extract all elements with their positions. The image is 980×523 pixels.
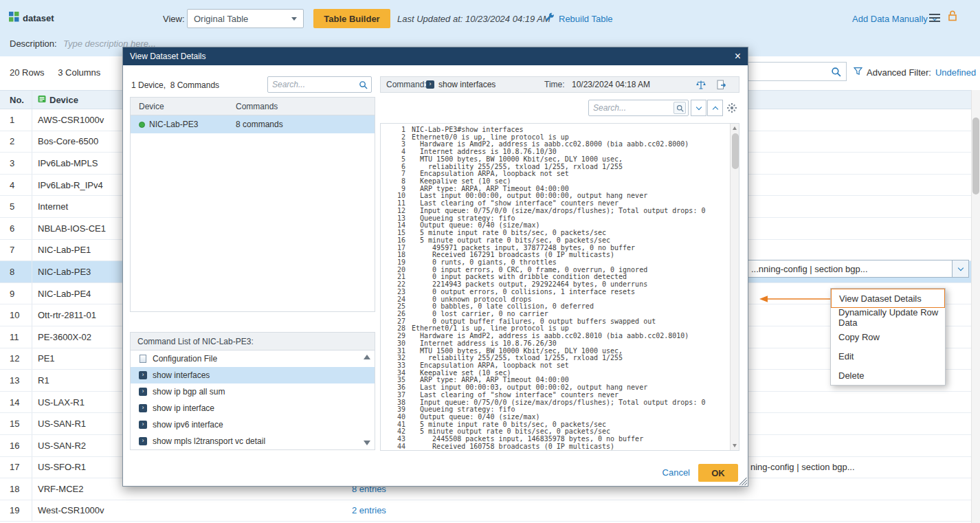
cancel-button[interactable]: Cancel — [662, 467, 690, 478]
terminal-line: 44 Received 160758 broadcasts (0 IP mult… — [381, 443, 730, 450]
command-list-item[interactable]: show mpls l2transport vc detail — [131, 433, 375, 449]
dialog-title: View Dataset Details — [130, 52, 735, 61]
entries-link[interactable]: 2 entries — [352, 500, 386, 522]
description-label: Description: — [10, 38, 57, 49]
row-number: 11 — [0, 326, 32, 348]
view-select-value: Original Table — [194, 14, 248, 24]
find-previous-button[interactable] — [707, 100, 723, 116]
terminal-line: 5 MTU 1500 bytes, BW 10000 Kbit/sec, DLY… — [381, 155, 730, 163]
cli-icon — [139, 388, 147, 396]
command-list-item[interactable]: show ip bgp all sum — [131, 383, 375, 400]
terminal-lines: 1NIC-Lab-PE3#show interfaces2Ethernet0/0… — [381, 124, 730, 450]
terminal-line: 40 Output queue: 0/40 (size/max) — [381, 413, 730, 421]
row-number: 3 — [0, 153, 32, 174]
dialog-body: 1 Device, 8 Commands Device Commands NIC… — [123, 65, 748, 486]
command-list-item[interactable]: Configuration File — [131, 350, 375, 367]
cli-icon — [426, 77, 434, 92]
terminal-line: 21 0 input packets with dribble conditio… — [381, 273, 730, 280]
chevron-down-icon — [957, 265, 963, 270]
output-search-input[interactable] — [589, 103, 673, 113]
context-menu-item[interactable]: View Dataset Details — [831, 289, 945, 308]
device-search-input[interactable] — [268, 80, 359, 89]
terminal-line: 8 Keepalive set (10 sec) — [381, 177, 730, 185]
column-header-no[interactable]: No. — [0, 91, 32, 109]
terminal-line: 14 Output queue: 0/40 (size/max) — [381, 221, 730, 229]
terminal-scrollbar[interactable] — [730, 124, 739, 450]
rebuild-table[interactable]: Rebuild Table — [545, 12, 613, 25]
find-next-button[interactable] — [691, 100, 706, 116]
lock-icon[interactable] — [948, 10, 957, 23]
terminal-scrollbar-thumb[interactable] — [732, 133, 739, 169]
filter-icon[interactable] — [854, 67, 862, 78]
context-menu-item[interactable]: Edit — [831, 346, 945, 366]
terminal-line: 13 Queueing strategy: fifo — [381, 214, 730, 222]
time-label: Time: — [544, 77, 565, 92]
compare-icon[interactable] — [695, 77, 706, 92]
row-partial-text: ning-config | section bgp... — [750, 457, 855, 478]
row-number: 14 — [0, 392, 32, 413]
device-command-summary: 1 Device, 8 Commands — [131, 80, 219, 90]
search-icon[interactable] — [359, 80, 368, 89]
command-list-item[interactable]: show interfaces — [131, 367, 375, 383]
scroll-up-icon[interactable] — [733, 126, 737, 130]
row-number: 6 — [0, 218, 32, 239]
command-info-bar: Command: show interfaces Time: 10/23/202… — [380, 76, 739, 93]
context-menu-item[interactable]: Dynamically Update Row Data — [831, 308, 945, 327]
menu-icon[interactable] — [929, 14, 940, 24]
row-number: 13 — [0, 370, 32, 391]
chevron-down-icon — [291, 17, 297, 21]
cli-icon — [139, 371, 147, 379]
output-search-box[interactable] — [588, 100, 689, 116]
row-cell-dropdown-value: ...nning-config | section bgp... — [747, 260, 952, 277]
terminal-line: 35 ARP type: ARPA, ARP Timeout 04:00:00 — [381, 376, 730, 383]
add-data-manually-label: Add Data Manually — [852, 14, 928, 24]
terminal-line: 15 5 minute input rate 0 bits/sec, 0 pac… — [381, 229, 730, 236]
context-menu-item[interactable]: Delete — [831, 366, 945, 385]
modal-commands-col-header: Commands — [230, 102, 278, 111]
dropdown-button[interactable] — [952, 260, 968, 277]
context-menu: View Dataset DetailsDynamically Update R… — [830, 288, 946, 386]
terminal-line: 39 Queueing strategy: fifo — [381, 405, 730, 413]
command-list-item[interactable]: show ipv6 interface — [131, 416, 375, 433]
row-cell-dropdown[interactable]: ...nning-config | section bgp... — [746, 260, 969, 278]
search-icon[interactable] — [831, 67, 841, 77]
command-value: show interfaces — [438, 77, 495, 92]
row-number: 9 — [0, 283, 32, 304]
close-icon[interactable]: × — [735, 51, 741, 62]
dataset-icon — [9, 12, 19, 24]
terminal-line: 42 5 minute output rate 0 bits/sec, 0 pa… — [381, 427, 730, 435]
page-title: dataset — [23, 13, 54, 23]
scroll-down-icon[interactable] — [364, 441, 370, 445]
dialog-titlebar[interactable]: View Dataset Details × — [123, 47, 748, 65]
context-menu-item[interactable]: Copy Row — [831, 327, 945, 346]
table-builder-button[interactable]: Table Builder — [313, 9, 390, 28]
rebuild-icon — [545, 12, 555, 25]
terminal-line: 3 Hardware is AmdP2, address is aabb.cc0… — [381, 140, 730, 148]
table-row[interactable]: 19West-CSR1000v2 entries — [0, 500, 980, 522]
terminal-line: 12 Input queue: 0/75/0/0 (size/max/drops… — [381, 207, 730, 214]
terminal-line: 32 reliability 255/255, txload 1/255, rx… — [381, 354, 730, 361]
terminal-line: 37 Last clearing of "show interface" cou… — [381, 391, 730, 399]
terminal-line: 10 Last input 00:00:00, output 00:00:00,… — [381, 192, 730, 199]
resize-grip[interactable] — [739, 478, 747, 485]
scroll-down-icon[interactable] — [733, 444, 737, 447]
advanced-filter-value[interactable]: Undefined — [935, 67, 976, 78]
device-search-box[interactable] — [267, 76, 372, 93]
command-label: show ip bgp all sum — [153, 387, 225, 397]
add-data-manually-link[interactable]: Add Data Manually — [852, 14, 937, 24]
ok-button[interactable]: OK — [698, 464, 738, 482]
find-in-document-icon[interactable] — [673, 102, 686, 114]
terminal-line: 6 reliability 255/255, txload 1/255, rxl… — [381, 163, 730, 170]
page-scrollbar[interactable] — [971, 90, 980, 523]
scroll-up-icon[interactable] — [364, 355, 370, 359]
export-icon[interactable] — [717, 77, 726, 92]
device-name-cell: West-CSR1000v — [32, 500, 352, 522]
page-scrollbar-thumb[interactable] — [972, 118, 979, 194]
rebuild-table-link[interactable]: Rebuild Table — [559, 14, 613, 24]
command-list-item[interactable]: show ip interface — [131, 400, 375, 416]
view-select[interactable]: Original Table — [187, 9, 304, 28]
modal-device-row[interactable]: NIC-Lab-PE38 commands — [131, 115, 375, 133]
gear-icon[interactable] — [727, 103, 737, 115]
terminal-line: 33 Encapsulation ARPA, loopback not set — [381, 361, 730, 369]
row-number: 5 — [0, 196, 32, 217]
